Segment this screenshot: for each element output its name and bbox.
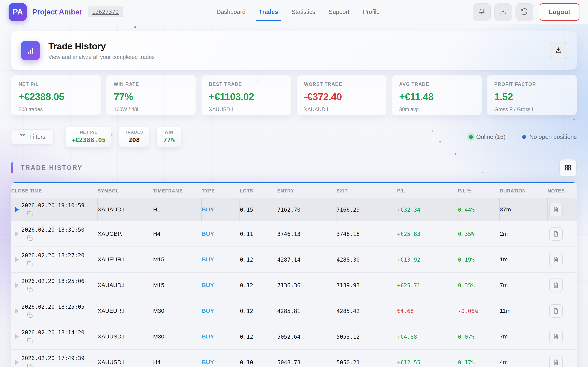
export-trades-button[interactable]	[550, 42, 567, 59]
notes-icon[interactable]	[549, 278, 563, 292]
positions-status: No open positions	[529, 133, 577, 140]
copy-icon[interactable]	[27, 312, 33, 318]
notes-icon[interactable]	[549, 356, 563, 367]
column-header[interactable]: P/L %	[458, 188, 500, 194]
close-time-cell: 2026.02.20 18:14:20	[11, 324, 98, 349]
trade-table: CLOSE TIME SYMBOL TIMEFRAME TYPE LOTS EN…	[11, 182, 577, 367]
decor-dot	[134, 26, 136, 28]
column-header[interactable]: TIMEFRAME	[153, 188, 202, 194]
copy-icon[interactable]	[27, 286, 33, 292]
stat-sub: 208 trades	[18, 106, 94, 112]
close-time: 2026.02.20 18:25:05	[21, 304, 85, 310]
refresh-button[interactable]	[516, 3, 533, 21]
expander-icon[interactable]	[15, 360, 19, 365]
app-logo[interactable]: PA	[9, 3, 27, 21]
stat-sub: Gross P / Gross L	[494, 106, 570, 112]
type-cell: BUY	[202, 221, 240, 247]
notes-cell	[548, 350, 577, 367]
copy-icon[interactable]	[27, 363, 33, 367]
download-button[interactable]	[494, 3, 512, 21]
notifications-button[interactable]	[473, 3, 491, 21]
table-accent-bar	[11, 182, 577, 183]
lots-cell: 0.12	[240, 324, 277, 349]
exit-cell: 7166.29	[337, 198, 397, 221]
lots-cell: 0.12	[240, 298, 277, 324]
copy-icon[interactable]	[27, 211, 33, 217]
pl-cell: +€13.92	[397, 247, 458, 272]
notes-icon[interactable]	[549, 304, 563, 318]
positions-dot	[522, 135, 526, 139]
duration-cell: 7m	[500, 273, 548, 298]
notes-icon[interactable]	[549, 203, 563, 216]
column-header[interactable]: EXIT	[337, 188, 397, 194]
stat-label: BEST TRADE	[209, 82, 284, 87]
expander-icon[interactable]	[15, 231, 19, 236]
status-group: Online (16) No open positions	[469, 133, 577, 141]
close-time: 2026.02.20 18:27:20	[21, 252, 85, 259]
type-cell: BUY	[202, 298, 240, 324]
notes-icon[interactable]	[549, 253, 563, 266]
entry-cell: 7136.36	[277, 273, 337, 298]
type-cell: BUY	[202, 247, 240, 272]
pl-cell: +€32.34	[397, 198, 458, 221]
column-header[interactable]: SYMBOL	[98, 188, 153, 194]
entry-cell: 7162.70	[277, 198, 337, 221]
entry-cell: 4287.14	[277, 247, 337, 272]
page-subtitle: View and analyze all your completed trad…	[48, 54, 155, 60]
copy-icon[interactable]	[27, 235, 33, 241]
copy-icon[interactable]	[27, 261, 33, 267]
expander-icon[interactable]	[15, 334, 19, 339]
pl-cell: +€12.55	[397, 350, 458, 367]
summary-pill: WIN 77%	[156, 127, 181, 147]
column-header[interactable]: ENTRY	[277, 188, 337, 194]
table-row[interactable]: 2026.02.20 18:27:20 XAUEUR.I M15 BUY 0.1…	[11, 247, 577, 273]
table-row[interactable]: 2026.02.20 17:49:39 XAUUSD.I H4 BUY 0.10…	[11, 350, 577, 367]
nav-item[interactable]: Support	[329, 8, 350, 15]
notes-icon[interactable]	[549, 330, 563, 343]
exit-cell: 7139.93	[337, 273, 397, 298]
column-header[interactable]: CLOSE TIME	[11, 188, 98, 194]
table-row[interactable]: 2026.02.20 18:14:20 XAUUSD.I M30 BUY 0.1…	[11, 324, 577, 350]
table-row[interactable]: 2026.02.20 18:25:05 XAUEUR.I M30 BUY 0.1…	[11, 298, 577, 324]
account-id-badge[interactable]: 12627379	[87, 7, 123, 17]
copy-icon[interactable]	[27, 338, 33, 344]
notes-icon[interactable]	[549, 227, 563, 241]
pl-cell: +€25.83	[397, 221, 458, 247]
exit-cell: 5053.12	[337, 324, 397, 349]
expander-icon[interactable]	[15, 257, 19, 262]
column-header[interactable]: DURATION	[500, 188, 548, 194]
symbol-cell: XAUUSD.I	[98, 324, 153, 349]
symbol-cell: XAUGBP.I	[98, 221, 153, 247]
main-content: Trade History View and analyze all your …	[0, 31, 588, 367]
entry-cell: 5052.64	[277, 324, 337, 349]
layout-toggle-button[interactable]	[559, 159, 577, 176]
column-header[interactable]: P/L	[397, 188, 458, 194]
stat-card: AVG TRADE +€11.48 30m avg	[392, 75, 482, 115]
brand-group: PA Project Amber 12627379	[9, 3, 123, 21]
expander-icon[interactable]	[15, 283, 19, 288]
stat-value: -€372.40	[304, 91, 379, 102]
entry-cell: 4285.81	[277, 298, 337, 324]
close-time: 2026.02.20 18:25:06	[21, 278, 85, 284]
filters-button[interactable]: Filters	[11, 129, 53, 145]
table-row[interactable]: 2026.02.20 19:10:59 XAUAUD.I H1 BUY 0.15…	[11, 198, 577, 221]
exit-cell: 5050.21	[337, 350, 397, 367]
logout-button[interactable]: Logout	[540, 3, 579, 21]
column-header[interactable]: LOTS	[240, 188, 277, 194]
expander-icon[interactable]	[15, 207, 19, 212]
nav-item[interactable]: Trades	[259, 8, 278, 15]
stat-label: AVG TRADE	[399, 82, 474, 87]
table-row[interactable]: 2026.02.20 18:31:50 XAUGBP.I H4 BUY 0.11…	[11, 221, 577, 247]
expander-icon[interactable]	[15, 309, 19, 313]
nav-item[interactable]: Profile	[363, 8, 380, 15]
column-header[interactable]: NOTES	[548, 188, 577, 194]
summary-pill: NET P/L +€2388.05	[66, 127, 112, 147]
table-row[interactable]: 2026.02.20 18:25:06 XAUAUD.I M15 BUY 0.1…	[11, 273, 577, 298]
timeframe-cell: M30	[153, 324, 202, 349]
column-header[interactable]: TYPE	[202, 188, 240, 194]
close-time-cell: 2026.02.20 18:25:05	[11, 298, 98, 324]
nav-item[interactable]: Statistics	[292, 8, 315, 15]
page-title: Trade History	[48, 41, 155, 52]
nav-item[interactable]: Dashboard	[216, 8, 245, 15]
duration-cell: 11m	[500, 298, 548, 324]
